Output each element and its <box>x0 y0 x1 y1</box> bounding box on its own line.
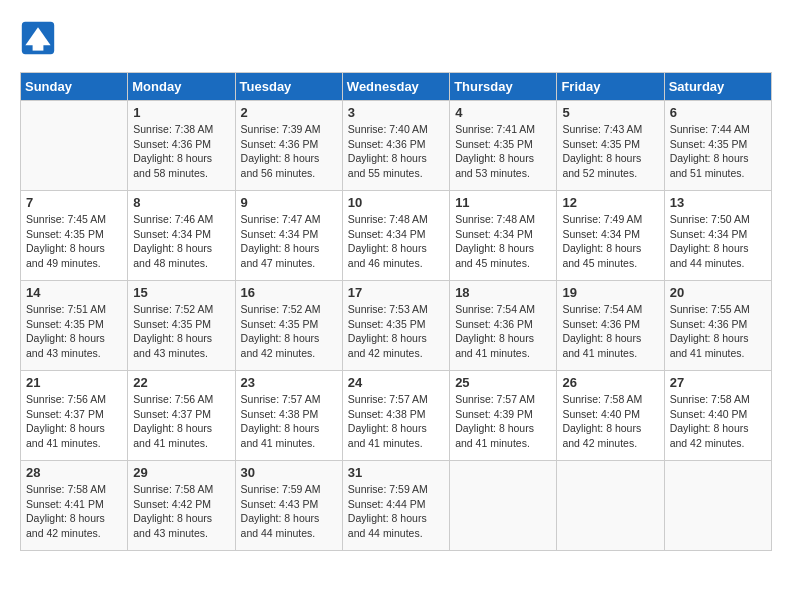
calendar-cell: 14Sunrise: 7:51 AMSunset: 4:35 PMDayligh… <box>21 281 128 371</box>
calendar-week-2: 7Sunrise: 7:45 AMSunset: 4:35 PMDaylight… <box>21 191 772 281</box>
calendar-cell: 27Sunrise: 7:58 AMSunset: 4:40 PMDayligh… <box>664 371 771 461</box>
calendar-cell: 29Sunrise: 7:58 AMSunset: 4:42 PMDayligh… <box>128 461 235 551</box>
cell-content: Sunrise: 7:49 AMSunset: 4:34 PMDaylight:… <box>562 212 658 271</box>
cell-content: Sunrise: 7:51 AMSunset: 4:35 PMDaylight:… <box>26 302 122 361</box>
day-number: 20 <box>670 285 766 300</box>
calendar-cell: 8Sunrise: 7:46 AMSunset: 4:34 PMDaylight… <box>128 191 235 281</box>
day-number: 7 <box>26 195 122 210</box>
calendar-cell <box>557 461 664 551</box>
calendar-cell: 26Sunrise: 7:58 AMSunset: 4:40 PMDayligh… <box>557 371 664 461</box>
cell-content: Sunrise: 7:45 AMSunset: 4:35 PMDaylight:… <box>26 212 122 271</box>
day-number: 19 <box>562 285 658 300</box>
svg-rect-2 <box>33 43 44 50</box>
cell-content: Sunrise: 7:53 AMSunset: 4:35 PMDaylight:… <box>348 302 444 361</box>
day-number: 29 <box>133 465 229 480</box>
day-number: 5 <box>562 105 658 120</box>
calendar-cell: 18Sunrise: 7:54 AMSunset: 4:36 PMDayligh… <box>450 281 557 371</box>
cell-content: Sunrise: 7:58 AMSunset: 4:41 PMDaylight:… <box>26 482 122 541</box>
calendar-cell: 25Sunrise: 7:57 AMSunset: 4:39 PMDayligh… <box>450 371 557 461</box>
cell-content: Sunrise: 7:54 AMSunset: 4:36 PMDaylight:… <box>562 302 658 361</box>
calendar-cell: 20Sunrise: 7:55 AMSunset: 4:36 PMDayligh… <box>664 281 771 371</box>
cell-content: Sunrise: 7:39 AMSunset: 4:36 PMDaylight:… <box>241 122 337 181</box>
cell-content: Sunrise: 7:57 AMSunset: 4:38 PMDaylight:… <box>348 392 444 451</box>
day-number: 24 <box>348 375 444 390</box>
cell-content: Sunrise: 7:48 AMSunset: 4:34 PMDaylight:… <box>455 212 551 271</box>
calendar-cell: 6Sunrise: 7:44 AMSunset: 4:35 PMDaylight… <box>664 101 771 191</box>
calendar-cell: 10Sunrise: 7:48 AMSunset: 4:34 PMDayligh… <box>342 191 449 281</box>
calendar-cell: 31Sunrise: 7:59 AMSunset: 4:44 PMDayligh… <box>342 461 449 551</box>
cell-content: Sunrise: 7:41 AMSunset: 4:35 PMDaylight:… <box>455 122 551 181</box>
calendar-week-3: 14Sunrise: 7:51 AMSunset: 4:35 PMDayligh… <box>21 281 772 371</box>
day-number: 2 <box>241 105 337 120</box>
cell-content: Sunrise: 7:58 AMSunset: 4:40 PMDaylight:… <box>562 392 658 451</box>
calendar-cell: 3Sunrise: 7:40 AMSunset: 4:36 PMDaylight… <box>342 101 449 191</box>
col-header-friday: Friday <box>557 73 664 101</box>
day-number: 9 <box>241 195 337 210</box>
cell-content: Sunrise: 7:44 AMSunset: 4:35 PMDaylight:… <box>670 122 766 181</box>
calendar-cell: 15Sunrise: 7:52 AMSunset: 4:35 PMDayligh… <box>128 281 235 371</box>
cell-content: Sunrise: 7:46 AMSunset: 4:34 PMDaylight:… <box>133 212 229 271</box>
calendar-cell: 7Sunrise: 7:45 AMSunset: 4:35 PMDaylight… <box>21 191 128 281</box>
cell-content: Sunrise: 7:43 AMSunset: 4:35 PMDaylight:… <box>562 122 658 181</box>
day-number: 27 <box>670 375 766 390</box>
cell-content: Sunrise: 7:57 AMSunset: 4:38 PMDaylight:… <box>241 392 337 451</box>
day-number: 18 <box>455 285 551 300</box>
calendar-cell: 24Sunrise: 7:57 AMSunset: 4:38 PMDayligh… <box>342 371 449 461</box>
day-number: 1 <box>133 105 229 120</box>
day-number: 12 <box>562 195 658 210</box>
day-number: 11 <box>455 195 551 210</box>
col-header-monday: Monday <box>128 73 235 101</box>
calendar-cell: 13Sunrise: 7:50 AMSunset: 4:34 PMDayligh… <box>664 191 771 281</box>
cell-content: Sunrise: 7:47 AMSunset: 4:34 PMDaylight:… <box>241 212 337 271</box>
day-number: 30 <box>241 465 337 480</box>
cell-content: Sunrise: 7:58 AMSunset: 4:42 PMDaylight:… <box>133 482 229 541</box>
day-number: 17 <box>348 285 444 300</box>
calendar-cell: 2Sunrise: 7:39 AMSunset: 4:36 PMDaylight… <box>235 101 342 191</box>
calendar-week-5: 28Sunrise: 7:58 AMSunset: 4:41 PMDayligh… <box>21 461 772 551</box>
day-number: 25 <box>455 375 551 390</box>
page-header <box>20 20 772 56</box>
cell-content: Sunrise: 7:57 AMSunset: 4:39 PMDaylight:… <box>455 392 551 451</box>
day-number: 31 <box>348 465 444 480</box>
day-number: 15 <box>133 285 229 300</box>
calendar-cell: 4Sunrise: 7:41 AMSunset: 4:35 PMDaylight… <box>450 101 557 191</box>
day-number: 6 <box>670 105 766 120</box>
calendar-week-4: 21Sunrise: 7:56 AMSunset: 4:37 PMDayligh… <box>21 371 772 461</box>
calendar-cell: 19Sunrise: 7:54 AMSunset: 4:36 PMDayligh… <box>557 281 664 371</box>
col-header-thursday: Thursday <box>450 73 557 101</box>
day-number: 26 <box>562 375 658 390</box>
cell-content: Sunrise: 7:50 AMSunset: 4:34 PMDaylight:… <box>670 212 766 271</box>
cell-content: Sunrise: 7:52 AMSunset: 4:35 PMDaylight:… <box>133 302 229 361</box>
day-number: 16 <box>241 285 337 300</box>
day-number: 3 <box>348 105 444 120</box>
calendar-cell <box>664 461 771 551</box>
col-header-tuesday: Tuesday <box>235 73 342 101</box>
calendar-cell: 22Sunrise: 7:56 AMSunset: 4:37 PMDayligh… <box>128 371 235 461</box>
day-number: 22 <box>133 375 229 390</box>
calendar-week-1: 1Sunrise: 7:38 AMSunset: 4:36 PMDaylight… <box>21 101 772 191</box>
calendar-cell: 11Sunrise: 7:48 AMSunset: 4:34 PMDayligh… <box>450 191 557 281</box>
calendar-cell: 1Sunrise: 7:38 AMSunset: 4:36 PMDaylight… <box>128 101 235 191</box>
col-header-sunday: Sunday <box>21 73 128 101</box>
cell-content: Sunrise: 7:48 AMSunset: 4:34 PMDaylight:… <box>348 212 444 271</box>
cell-content: Sunrise: 7:52 AMSunset: 4:35 PMDaylight:… <box>241 302 337 361</box>
cell-content: Sunrise: 7:55 AMSunset: 4:36 PMDaylight:… <box>670 302 766 361</box>
col-header-wednesday: Wednesday <box>342 73 449 101</box>
day-number: 10 <box>348 195 444 210</box>
calendar-cell <box>450 461 557 551</box>
day-number: 4 <box>455 105 551 120</box>
calendar-cell: 21Sunrise: 7:56 AMSunset: 4:37 PMDayligh… <box>21 371 128 461</box>
day-number: 13 <box>670 195 766 210</box>
calendar-cell: 28Sunrise: 7:58 AMSunset: 4:41 PMDayligh… <box>21 461 128 551</box>
cell-content: Sunrise: 7:59 AMSunset: 4:43 PMDaylight:… <box>241 482 337 541</box>
calendar-cell: 23Sunrise: 7:57 AMSunset: 4:38 PMDayligh… <box>235 371 342 461</box>
day-number: 8 <box>133 195 229 210</box>
calendar-cell: 9Sunrise: 7:47 AMSunset: 4:34 PMDaylight… <box>235 191 342 281</box>
logo-icon <box>20 20 56 56</box>
day-number: 23 <box>241 375 337 390</box>
calendar-cell: 5Sunrise: 7:43 AMSunset: 4:35 PMDaylight… <box>557 101 664 191</box>
calendar-cell: 16Sunrise: 7:52 AMSunset: 4:35 PMDayligh… <box>235 281 342 371</box>
logo <box>20 20 60 56</box>
calendar-cell: 12Sunrise: 7:49 AMSunset: 4:34 PMDayligh… <box>557 191 664 281</box>
cell-content: Sunrise: 7:58 AMSunset: 4:40 PMDaylight:… <box>670 392 766 451</box>
